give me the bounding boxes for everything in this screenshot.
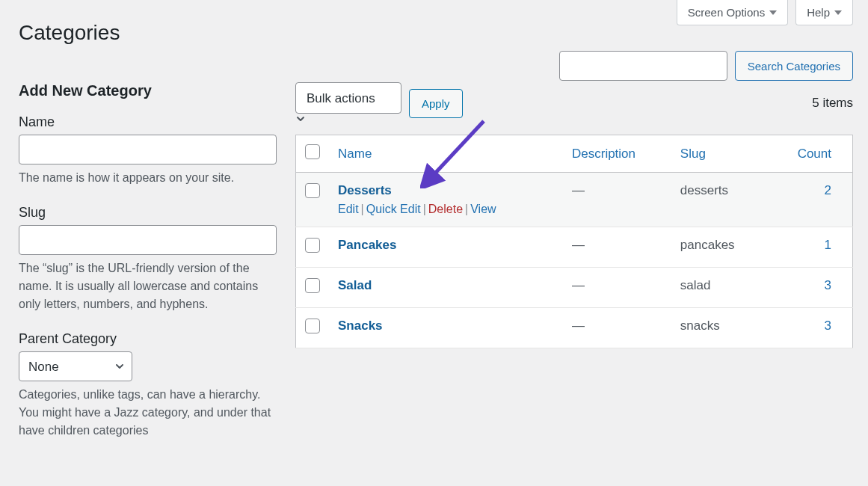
category-name-link[interactable]: Pancakes xyxy=(338,238,396,252)
slug-cell: snacks xyxy=(671,308,768,348)
apply-button[interactable]: Apply xyxy=(409,89,463,118)
table-row: Pancakes—pancakes1 xyxy=(296,227,853,268)
categories-table: Name Description Slug Count DessertsEdit… xyxy=(295,135,853,348)
slug-cell: pancakes xyxy=(671,227,768,268)
chevron-down-icon xyxy=(295,114,401,124)
count-link[interactable]: 1 xyxy=(825,238,831,252)
count-link[interactable]: 3 xyxy=(825,319,831,333)
slug-cell: desserts xyxy=(671,173,768,227)
col-description[interactable]: Description xyxy=(572,147,635,161)
view-link[interactable]: View xyxy=(470,203,496,215)
quick-edit-link[interactable]: Quick Edit xyxy=(366,203,421,215)
chevron-down-icon xyxy=(834,10,842,15)
bulk-actions-select[interactable]: Bulk actions xyxy=(295,82,401,114)
description-cell: — xyxy=(563,227,671,268)
table-row: Salad—salad3 xyxy=(296,268,853,308)
chevron-down-icon xyxy=(769,10,777,15)
description-cell: — xyxy=(563,173,671,227)
parent-hint: Categories, unlike tags, can have a hier… xyxy=(19,386,277,440)
category-name-link[interactable]: Salad xyxy=(338,278,372,292)
name-input[interactable] xyxy=(19,135,277,164)
count-link[interactable]: 2 xyxy=(825,183,831,197)
description-cell: — xyxy=(563,268,671,308)
search-input[interactable] xyxy=(559,51,727,81)
screen-options-tab[interactable]: Screen Options xyxy=(677,0,788,25)
screen-options-label: Screen Options xyxy=(688,6,765,19)
slug-label: Slug xyxy=(19,205,277,221)
slug-hint: The “slug” is the URL-friendly version o… xyxy=(19,259,277,313)
description-cell: — xyxy=(563,308,671,348)
help-tab[interactable]: Help xyxy=(795,0,853,25)
col-name[interactable]: Name xyxy=(338,147,372,161)
category-name-link[interactable]: Snacks xyxy=(338,319,383,333)
row-checkbox[interactable] xyxy=(305,183,320,198)
row-checkbox[interactable] xyxy=(305,319,320,333)
table-row: Snacks—snacks3 xyxy=(296,308,853,348)
name-label: Name xyxy=(19,114,277,130)
add-new-heading: Add New Category xyxy=(19,82,277,99)
category-name-link[interactable]: Desserts xyxy=(338,183,392,197)
name-hint: The name is how it appears on your site. xyxy=(19,169,277,187)
parent-select[interactable]: None xyxy=(19,351,132,381)
items-count: 5 items xyxy=(812,96,853,111)
parent-label: Parent Category xyxy=(19,331,277,347)
select-all-checkbox[interactable] xyxy=(305,144,320,159)
row-checkbox[interactable] xyxy=(305,238,320,253)
help-label: Help xyxy=(807,6,830,19)
slug-input[interactable] xyxy=(19,225,277,255)
delete-link[interactable]: Delete xyxy=(428,203,463,215)
count-link[interactable]: 3 xyxy=(825,278,831,292)
col-slug[interactable]: Slug xyxy=(680,147,706,161)
row-checkbox[interactable] xyxy=(305,278,320,293)
edit-link[interactable]: Edit xyxy=(338,203,359,215)
row-actions: Edit|Quick Edit|Delete|View xyxy=(338,203,554,216)
table-row: DessertsEdit|Quick Edit|Delete|View—dess… xyxy=(296,173,853,227)
search-button[interactable]: Search Categories xyxy=(735,51,853,81)
col-count[interactable]: Count xyxy=(798,147,831,161)
slug-cell: salad xyxy=(671,268,768,308)
